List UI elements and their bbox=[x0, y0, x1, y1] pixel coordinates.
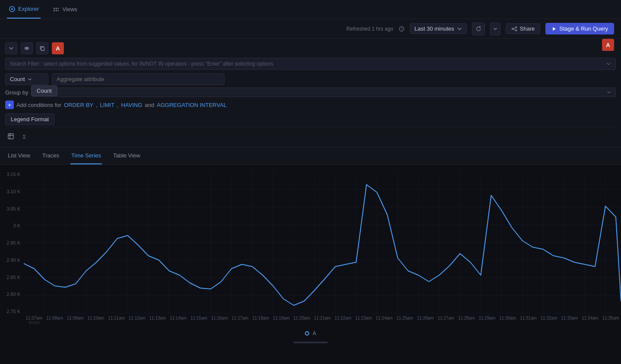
aggregation-interval-link[interactable]: AGGREGATION INTERVAL bbox=[157, 102, 227, 108]
svg-point-8 bbox=[26, 48, 28, 49]
nav-explorer[interactable]: Explorer bbox=[7, 0, 41, 19]
add-conditions-plus-button[interactable]: + bbox=[5, 100, 14, 109]
tab-time-series[interactable]: Time Series bbox=[70, 147, 102, 164]
header-bar: Refreshed 1 hrs ago Last 30 minutes Shar… bbox=[0, 19, 621, 39]
query-builder: A Search Filter : select options from su… bbox=[0, 39, 621, 147]
search-filter-bar[interactable]: Search Filter : select options from sugg… bbox=[5, 58, 616, 70]
y-label-4: 2.95 K bbox=[6, 240, 20, 245]
x-label-10: 11:17am bbox=[230, 316, 250, 320]
y-label-3: 3 K bbox=[13, 223, 20, 228]
view-tabs: List View Traces Time Series Table View bbox=[0, 147, 621, 165]
group-by-dropdown[interactable] bbox=[32, 88, 616, 97]
x-axis-labels: 11:07am 5/1/24 11:08am 11:09am 11:10am 1… bbox=[24, 314, 621, 327]
legend-format-label: Legend Format bbox=[11, 116, 49, 122]
share-icon bbox=[511, 26, 517, 32]
play-icon bbox=[551, 26, 557, 31]
chart-svg-container bbox=[24, 172, 621, 314]
svg-rect-9 bbox=[41, 47, 44, 50]
search-filter-text: Search Filter : select options from sugg… bbox=[10, 61, 273, 67]
nav-views[interactable]: Views bbox=[51, 0, 79, 19]
x-label-25: 11:32am bbox=[539, 316, 559, 320]
top-right-avatar: A bbox=[602, 39, 614, 51]
svg-marker-6 bbox=[553, 27, 556, 31]
aggregate-attribute-input[interactable] bbox=[52, 73, 225, 85]
x-label-28: 11:35am bbox=[600, 316, 621, 320]
x-label-9: 11:16am bbox=[209, 316, 230, 320]
copy-icon bbox=[39, 45, 45, 51]
svg-text:Σ: Σ bbox=[23, 134, 26, 140]
chevron-button[interactable] bbox=[490, 22, 501, 35]
y-label-5: 2.90 K bbox=[6, 257, 20, 263]
chevron-down-icon bbox=[457, 26, 462, 31]
share-label: Share bbox=[520, 25, 535, 32]
x-label-14: 11:21am bbox=[312, 316, 333, 320]
clock-icon bbox=[399, 26, 405, 32]
x-label-19: 11:26am bbox=[415, 316, 436, 320]
nav-views-label: Views bbox=[62, 6, 77, 13]
count-dropdown[interactable]: Count bbox=[5, 73, 48, 85]
count-label: Count bbox=[10, 76, 25, 82]
qb-toolbar: A bbox=[5, 42, 616, 54]
chevron-down-icon bbox=[9, 46, 14, 51]
x-label-5: 11:12am bbox=[127, 316, 147, 320]
time-series-line bbox=[24, 185, 621, 305]
sigma-icon: Σ bbox=[22, 133, 29, 140]
x-label-1: 11:08am bbox=[44, 316, 65, 320]
y-label-8: 2.75 K bbox=[6, 309, 20, 314]
limit-link[interactable]: LIMIT bbox=[100, 102, 114, 108]
copy-button[interactable] bbox=[36, 42, 48, 54]
x-label-3: 11:10am bbox=[86, 316, 106, 320]
x-label-11: 11:18am bbox=[250, 316, 271, 320]
time-range-label: Last 30 minutes bbox=[415, 25, 454, 32]
legend-label: A bbox=[313, 330, 316, 336]
y-axis-labels: 3.15 K 3.10 K 3.05 K 3 K 2.95 K 2.90 K 2… bbox=[0, 172, 24, 314]
x-label-15: 11:22am bbox=[333, 316, 353, 320]
and-text: and bbox=[145, 102, 154, 108]
collapse-button[interactable] bbox=[5, 42, 17, 54]
y-label-1: 3.10 K bbox=[6, 189, 20, 194]
search-filter-chevron bbox=[606, 61, 611, 66]
tab-table-view[interactable]: Table View bbox=[112, 147, 141, 164]
share-button[interactable]: Share bbox=[506, 23, 541, 34]
legend-format-button[interactable]: Legend Format bbox=[5, 113, 54, 125]
scroll-bar[interactable] bbox=[293, 342, 328, 343]
x-label-24: 11:31am bbox=[518, 316, 539, 320]
y-label-7: 2.80 K bbox=[6, 292, 20, 297]
dropdown-chevron-icon bbox=[28, 77, 32, 82]
x-label-8: 11:15am bbox=[189, 316, 209, 320]
y-label-6: 2.85 K bbox=[6, 275, 20, 280]
count-tooltip: Count bbox=[31, 85, 57, 96]
time-range-selector[interactable]: Last 30 minutes bbox=[410, 23, 467, 34]
x-label-13: 11:20am bbox=[291, 316, 312, 320]
top-nav: Explorer Views bbox=[0, 0, 621, 19]
chart-legend: A bbox=[0, 327, 621, 340]
tab-traces[interactable]: Traces bbox=[41, 147, 60, 164]
refresh-button[interactable] bbox=[472, 22, 485, 35]
x-label-22: 11:29am bbox=[477, 316, 497, 320]
sigma-icon-button[interactable]: Σ bbox=[20, 131, 31, 142]
eye-button[interactable] bbox=[21, 42, 33, 54]
group-by-row: Group by bbox=[5, 88, 616, 97]
x-label-2: 11:09am bbox=[65, 316, 86, 320]
x-label-23: 11:30am bbox=[497, 316, 518, 320]
having-link[interactable]: HAVING bbox=[121, 102, 142, 108]
x-label-16: 11:23am bbox=[353, 316, 374, 320]
add-conditions-prefix: Add conditions for bbox=[16, 102, 61, 108]
stage-run-button[interactable]: Stage & Run Query bbox=[545, 23, 614, 35]
x-label-12: 11:19am bbox=[271, 316, 291, 320]
chevron-down-small-icon bbox=[493, 27, 497, 31]
chart-area: 3.15 K 3.10 K 3.05 K 3 K 2.95 K 2.90 K 2… bbox=[0, 165, 621, 348]
chart-container: 3.15 K 3.10 K 3.05 K 3 K 2.95 K 2.90 K 2… bbox=[0, 172, 621, 327]
refreshed-text: Refreshed 1 hrs ago bbox=[346, 26, 393, 32]
x-label-7: 11:14am bbox=[168, 316, 189, 320]
qb-bottom-bar: Σ bbox=[5, 127, 616, 142]
x-label-26: 11:33am bbox=[559, 316, 580, 320]
stage-run-label: Stage & Run Query bbox=[559, 25, 608, 32]
order-by-link[interactable]: ORDER BY bbox=[64, 102, 93, 108]
refresh-icon bbox=[475, 26, 482, 32]
tab-list-view[interactable]: List View bbox=[7, 147, 31, 164]
svg-point-1 bbox=[11, 8, 13, 10]
table-icon-button[interactable] bbox=[5, 131, 16, 142]
nav-explorer-label: Explorer bbox=[18, 6, 39, 12]
qb-avatar: A bbox=[52, 42, 64, 54]
